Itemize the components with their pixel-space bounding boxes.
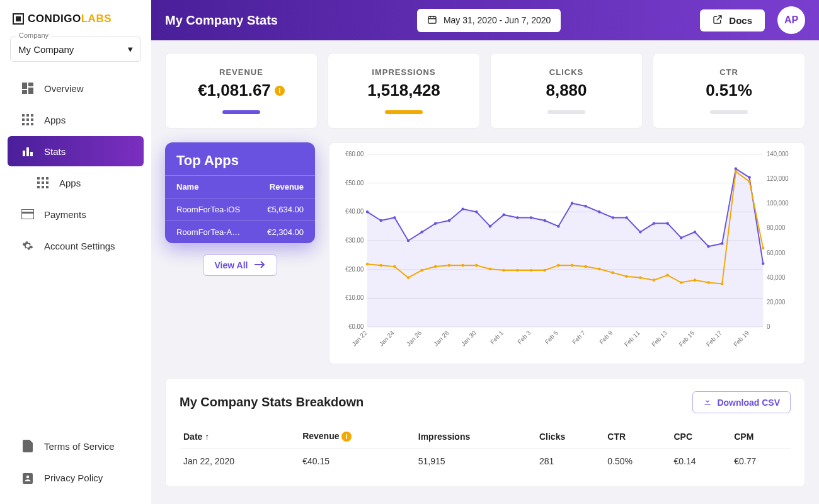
svg-point-111 [516,269,518,272]
svg-rect-10 [22,123,25,125]
dashboard-icon [21,82,34,94]
svg-point-113 [543,269,546,272]
sidebar-item-overview[interactable]: Overview [8,73,144,103]
top-apps-row[interactable]: RoomForTea-iOS€5,634.00 [165,198,315,221]
sidebar-item-apps[interactable]: Apps [8,105,144,135]
svg-point-112 [530,269,532,272]
breakdown-col[interactable]: Clicks [536,425,604,449]
svg-point-108 [475,264,478,267]
svg-text:Jan 22: Jan 22 [350,329,368,348]
svg-rect-15 [30,152,33,156]
sidebar-item-label: Privacy Policy [44,472,103,483]
svg-rect-7 [22,118,25,121]
svg-rect-14 [26,147,29,156]
kpi-value: 1,518,428 [335,81,473,100]
top-apps-card: Top Apps Name Revenue RoomForTea-iOS€5,6… [165,142,315,243]
svg-point-80 [502,214,505,217]
svg-text:Feb 5: Feb 5 [544,329,559,345]
svg-rect-1 [28,83,33,86]
svg-point-124 [694,278,696,282]
docs-button[interactable]: Docs [700,9,765,32]
breakdown-col[interactable]: Revenue i [299,425,415,449]
svg-point-81 [516,216,518,219]
document-icon [21,440,34,452]
svg-point-95 [707,245,709,248]
kpi-bar [385,110,423,114]
sidebar-item-stats[interactable]: Stats [8,136,144,166]
svg-point-118 [612,272,614,275]
sidebar-item-label: Account Settings [44,241,115,251]
svg-point-119 [625,275,627,278]
svg-point-82 [530,216,532,219]
sidebar-item-privacy[interactable]: Privacy Policy [8,462,144,493]
svg-point-90 [639,231,641,234]
logo-mark-icon [13,13,24,25]
sidebar-item-terms[interactable]: Terms of Service [8,431,144,461]
svg-rect-0 [22,83,27,89]
breakdown-col[interactable]: Impressions [415,425,536,449]
svg-point-123 [680,281,682,284]
download-icon [703,397,712,408]
svg-point-125 [707,281,709,284]
svg-point-87 [598,210,600,214]
sidebar-item-payments[interactable]: Payments [8,199,144,229]
docs-button-label: Docs [729,15,752,26]
svg-rect-9 [31,118,33,121]
svg-text:€40.00: €40.00 [345,208,364,215]
kpi-value: 8,880 [497,81,636,100]
svg-text:Feb 3: Feb 3 [516,329,532,345]
svg-point-109 [489,268,491,271]
svg-text:€30.00: €30.00 [345,237,364,244]
svg-text:Jan 26: Jan 26 [405,329,423,348]
svg-text:€10.00: €10.00 [345,294,364,301]
svg-point-102 [393,265,396,268]
svg-text:Feb 1: Feb 1 [489,329,505,346]
svg-point-71 [379,219,382,222]
svg-point-117 [598,268,600,271]
svg-point-127 [735,170,737,173]
kpi-card-clicks[interactable]: CLICKS 8,880 [490,53,643,129]
svg-point-122 [666,274,668,277]
svg-text:Feb 17: Feb 17 [705,329,723,348]
breakdown-col[interactable]: CTR [604,425,670,449]
date-range-value: May 31, 2020 - Jun 7, 2020 [444,15,551,25]
svg-rect-24 [46,186,49,188]
svg-text:Jan 28: Jan 28 [432,329,450,348]
info-icon: i [341,432,352,442]
kpi-card-impressions[interactable]: IMPRESSIONS 1,518,428 [328,53,480,129]
sidebar-item-stats-apps[interactable]: Apps [8,168,144,198]
svg-rect-4 [22,114,25,117]
svg-rect-18 [46,177,49,180]
svg-rect-26 [21,212,34,214]
company-selector[interactable]: Company My Company ▾ [10,37,141,62]
svg-point-83 [543,219,546,222]
breakdown-col[interactable]: CPM [730,425,791,449]
view-all-label: View All [215,260,248,270]
breakdown-col[interactable]: Date ↑ [180,425,299,449]
kpi-bar [547,110,585,114]
svg-point-128 [748,180,750,183]
badge-icon [21,471,34,484]
page-title: My Company Stats [165,13,278,28]
kpi-card-ctr[interactable]: CTR 0.51% [653,53,805,129]
svg-point-78 [475,210,478,214]
avatar[interactable]: AP [777,6,805,34]
kpi-card-revenue[interactable]: REVENUE €1,081.67i [165,53,318,129]
svg-point-98 [748,176,750,179]
svg-point-88 [612,216,614,219]
sidebar-item-account-settings[interactable]: Account Settings [8,231,144,261]
svg-point-28 [26,476,29,478]
svg-point-89 [625,216,627,219]
kpi-label: CLICKS [497,67,636,77]
svg-text:€0.00: €0.00 [348,323,364,330]
svg-point-97 [735,168,737,171]
breakdown-col[interactable]: CPC [670,425,731,449]
download-csv-button[interactable]: Download CSV [692,391,791,413]
svg-point-70 [366,210,369,214]
view-all-button[interactable]: View All [203,255,278,276]
svg-text:Feb 11: Feb 11 [623,329,641,348]
svg-point-96 [721,242,723,245]
top-apps-row[interactable]: RoomForTea-A…€2,304.00 [165,221,315,244]
date-range-picker[interactable]: May 31, 2020 - Jun 7, 2020 [417,9,561,32]
sidebar-item-label: Apps [59,178,81,188]
